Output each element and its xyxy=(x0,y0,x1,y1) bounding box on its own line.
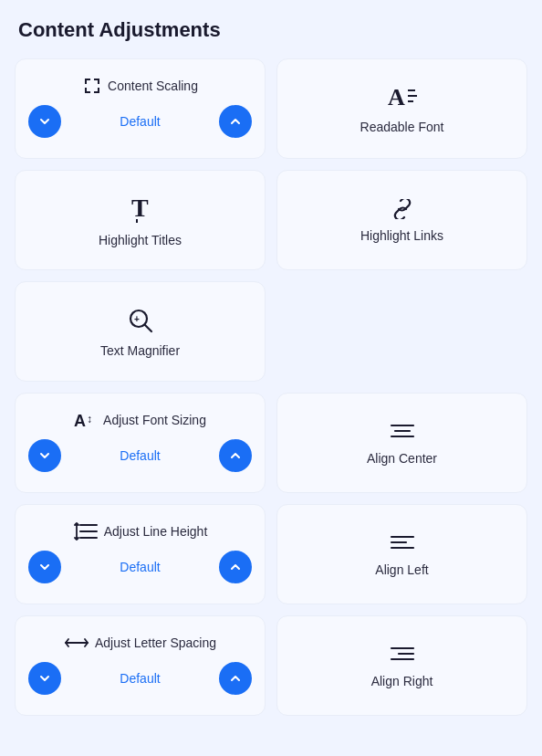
increase-line-height-button[interactable] xyxy=(219,551,252,583)
card-align-right[interactable]: Align Right xyxy=(276,615,527,716)
stepper-content-scaling: Default xyxy=(28,105,252,138)
card-content-scaling: Content Scaling Default xyxy=(15,58,266,159)
increase-scaling-button[interactable] xyxy=(219,105,252,138)
card-readable-font[interactable]: A Readable Font xyxy=(276,58,527,159)
readable-font-label: Readable Font xyxy=(360,120,444,134)
card-adjust-font-sizing: A ↕ Adjust Font Sizing Default xyxy=(15,393,266,493)
align-right-icon xyxy=(390,645,415,665)
align-left-icon xyxy=(390,533,415,553)
font-size-icon: A ↕ xyxy=(74,410,98,430)
align-left-label: Align Left xyxy=(375,562,428,577)
stepper-line-height: Default xyxy=(28,551,252,583)
scale-icon xyxy=(82,76,102,96)
readable-font-icon: A xyxy=(388,85,417,110)
svg-text:↕: ↕ xyxy=(87,413,92,425)
svg-line-7 xyxy=(145,325,151,331)
letter-spacing-value: Default xyxy=(67,671,214,686)
scaling-value: Default xyxy=(67,114,214,129)
card-scaling-label: Content Scaling xyxy=(108,79,198,93)
card-adjust-line-height: Adjust Line Height Default xyxy=(15,504,266,604)
card-align-center[interactable]: Align Center xyxy=(276,393,527,493)
align-center-label: Align Center xyxy=(367,451,437,466)
decrease-letter-spacing-button[interactable] xyxy=(28,662,61,695)
card-highlight-links[interactable]: Highlight Links xyxy=(276,170,527,270)
stepper-font-sizing: Default xyxy=(28,439,252,472)
decrease-line-height-button[interactable] xyxy=(28,551,61,583)
increase-letter-spacing-button[interactable] xyxy=(219,662,252,695)
font-sizing-label: Adjust Font Sizing xyxy=(103,413,206,427)
card-letter-spacing-header: Adjust Letter Spacing xyxy=(64,633,216,653)
card-highlight-titles[interactable]: T Highlight Titles xyxy=(15,170,266,270)
decrease-font-button[interactable] xyxy=(28,439,61,472)
line-height-label: Adjust Line Height xyxy=(104,524,208,539)
svg-text:T: T xyxy=(131,194,149,222)
letter-spacing-icon xyxy=(64,633,89,653)
card-font-sizing-header: A ↕ Adjust Font Sizing xyxy=(74,410,206,430)
cards-grid: Content Scaling Default A xyxy=(15,58,527,716)
svg-text:+: + xyxy=(134,314,140,324)
stepper-letter-spacing: Default xyxy=(28,662,252,695)
text-magnifier-label: Text Magnifier xyxy=(100,343,180,358)
letter-spacing-label: Adjust Letter Spacing xyxy=(95,635,216,650)
increase-font-button[interactable] xyxy=(219,439,252,472)
highlight-titles-icon: T xyxy=(127,194,154,224)
align-right-label: Align Right xyxy=(371,674,433,688)
decrease-scaling-button[interactable] xyxy=(28,105,61,138)
card-line-height-header: Adjust Line Height xyxy=(73,521,208,541)
card-text-magnifier[interactable]: + Text Magnifier xyxy=(15,281,266,382)
card-align-left[interactable]: Align Left xyxy=(276,504,527,604)
font-sizing-value: Default xyxy=(67,448,214,463)
page-title: Content Adjustments xyxy=(15,18,527,42)
highlight-links-label: Highlight Links xyxy=(360,228,443,243)
highlight-links-icon xyxy=(387,199,418,219)
card-adjust-letter-spacing: Adjust Letter Spacing Default xyxy=(15,615,266,716)
svg-text:A: A xyxy=(74,412,86,430)
card-header: Content Scaling xyxy=(82,76,198,96)
align-center-icon xyxy=(390,422,415,442)
line-height-icon xyxy=(73,521,99,541)
line-height-value: Default xyxy=(67,560,214,574)
text-magnifier-icon: + xyxy=(127,307,154,334)
highlight-titles-label: Highlight Titles xyxy=(99,233,182,247)
svg-text:A: A xyxy=(388,85,405,110)
